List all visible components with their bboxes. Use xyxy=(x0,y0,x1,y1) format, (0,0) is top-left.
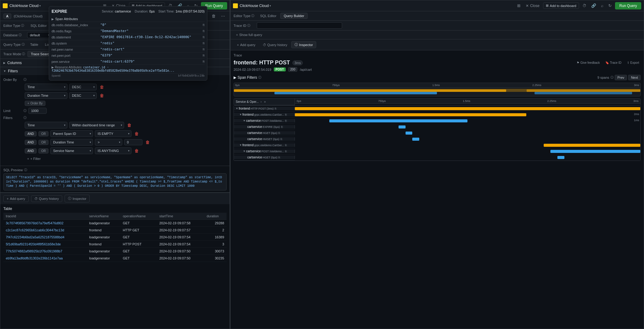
filter-field-1[interactable]: Time xyxy=(25,122,67,128)
right-add-query-tab[interactable]: + Add query xyxy=(234,41,259,48)
span-filters-label[interactable]: ▶ Span Filters ⓘ xyxy=(234,75,261,80)
delete-filter-4-btn[interactable]: 🗑 xyxy=(133,148,140,154)
cell-traceid[interactable]: 3c7074f085679976b07a79ef5476d802 xyxy=(3,220,87,227)
close-button-right[interactable]: ✕ Close xyxy=(524,3,541,9)
database-info-icon[interactable]: ⓘ xyxy=(19,33,22,37)
sql-preview-info-icon[interactable]: ⓘ xyxy=(24,168,27,172)
span-row-left[interactable]: ▼ cartservice POST /oteldemo... ⎘ xyxy=(234,119,295,122)
filter-op-3[interactable]: > xyxy=(95,139,122,146)
query-history-btn-left[interactable]: ⏱ Query history xyxy=(31,195,62,202)
add-filter-btn[interactable]: + + Filter xyxy=(25,156,43,161)
filter-value-3[interactable] xyxy=(124,139,142,145)
cell-traceid[interactable]: 5f1d69baf92314f20d4f8f561b58e3de xyxy=(3,241,87,248)
order-by-info-icon[interactable]: ⓘ xyxy=(23,78,27,82)
cell-traceid[interactable]: 77fc5074882af98925b1f76c091988b7 xyxy=(3,248,87,255)
more-icon-btn[interactable]: ⋯ xyxy=(220,13,227,19)
delete-order-by-2-btn[interactable]: 🗑 xyxy=(98,92,105,99)
span-row-left[interactable]: cartservice HMSET (0µs) ⎘ xyxy=(234,137,295,141)
order-by-field-1[interactable]: Time xyxy=(25,84,67,90)
delete-filter-2-btn[interactable]: 🗑 xyxy=(133,131,140,137)
query-type-info-icon[interactable]: ⓘ xyxy=(22,42,25,47)
spans-info-icon[interactable]: ⓘ xyxy=(610,75,614,80)
trace-id-input[interactable]: 5f1d69baf92314f20d4f8f561b58e3de xyxy=(257,22,342,29)
add-query-btn-left[interactable]: + Add query xyxy=(3,195,29,202)
filter-op-4[interactable]: IS ANYTHING xyxy=(95,147,131,154)
trace-id-info-icon[interactable]: ⓘ xyxy=(247,24,250,28)
add-dashboard-button-right[interactable]: ⊞ Add to dashboard xyxy=(543,2,579,9)
or-btn-3[interactable]: OR xyxy=(38,140,48,145)
filter-field-4[interactable]: Service Name xyxy=(50,147,93,154)
right-link-icon-btn[interactable]: 🔗 xyxy=(590,2,598,9)
filter-field-2[interactable]: Parent Span ID xyxy=(50,130,93,137)
prev-span-btn[interactable]: Prev xyxy=(615,75,627,80)
query-type-table-btn[interactable]: Table xyxy=(27,42,41,47)
next-span-btn[interactable]: Next xyxy=(628,75,641,80)
and-btn-4[interactable]: AND xyxy=(25,148,37,154)
right-zoom-icon-btn[interactable]: ⌕ xyxy=(599,2,605,9)
service-ops-chevron-more[interactable]: » xyxy=(263,99,267,104)
cell-traceid[interactable]: 7f47c62234b6bd2a5a62521875588bd4 xyxy=(3,234,87,241)
show-full-query-btn[interactable]: + Show full query xyxy=(234,32,265,38)
editor-type-info-icon[interactable]: ⓘ xyxy=(21,24,24,28)
span-row-left[interactable]: ▼ cartservice POST /oteldemo... ⎘ xyxy=(234,150,295,153)
span-row-left[interactable]: ▼ frontend HTTP POST (3ms) ⎘ xyxy=(234,107,295,110)
limit-label: Limit xyxy=(3,109,22,113)
span-row-left[interactable]: ▼ frontend grpc.oteldemo.CartSer... ⎘ xyxy=(234,143,295,147)
span-row-left[interactable]: cartservice HGET (0µs) ⎘ xyxy=(234,131,295,135)
span-row-left[interactable]: cartservice HGET (0µs) ⎘ xyxy=(234,156,295,159)
delete-icon-btn[interactable]: 🗑 xyxy=(210,13,217,19)
trace-id-copy-btn[interactable]: 🔖 Trace ID xyxy=(604,60,623,65)
order-by-field-2[interactable]: Duration Time xyxy=(25,92,67,99)
and-btn-2[interactable]: AND xyxy=(25,131,37,136)
delete-order-by-1-btn[interactable]: 🗑 xyxy=(98,84,105,90)
span-link-icon[interactable]: ⎘ xyxy=(285,119,287,122)
order-by-dir-2[interactable]: DESC xyxy=(69,92,97,99)
span-row-left[interactable]: cartservice EXPIRE (0µs) ⎘ xyxy=(234,125,295,128)
span-link-icon[interactable]: ⎘ xyxy=(275,107,276,110)
show-full-query-row: + Show full query xyxy=(231,31,644,39)
span-link-icon[interactable]: ⎘ xyxy=(281,125,283,128)
cell-traceid[interactable]: c2c1ec87c62965b61cab6c30447bc13d xyxy=(3,227,87,234)
filter-op-1[interactable]: Within dashboard time range xyxy=(69,122,124,128)
limit-info-icon[interactable]: ⓘ xyxy=(23,109,27,113)
order-by-tag[interactable]: + Order By xyxy=(25,101,45,106)
span-link-icon[interactable]: ⎘ xyxy=(281,138,282,141)
sql-editor-btn[interactable]: SQL Editor xyxy=(27,23,50,29)
limit-input[interactable] xyxy=(28,108,47,114)
run-query-button-right[interactable]: Run Query xyxy=(615,2,641,9)
span-link-icon[interactable]: ⎘ xyxy=(278,132,280,135)
span-link-icon[interactable]: ⎘ xyxy=(285,113,287,116)
filters-info-icon[interactable]: ⓘ xyxy=(23,116,27,120)
delete-filter-3-btn[interactable]: 🗑 xyxy=(144,139,151,145)
export-btn[interactable]: ⇪ Export xyxy=(625,60,641,65)
database-select[interactable]: default xyxy=(27,32,52,38)
right-editor-info-icon[interactable]: ⓘ xyxy=(251,14,254,18)
filter-field-3[interactable]: Duration Time xyxy=(50,139,93,146)
span-link-icon[interactable]: ⎘ xyxy=(278,156,280,159)
right-history-icon-btn[interactable]: ⏱ xyxy=(581,2,588,9)
right-grid-icon-btn[interactable]: ⊞ xyxy=(516,2,522,9)
span-row-left[interactable]: ▼ frontend grpc.oteldemo.CartSer... ⎘ xyxy=(234,113,295,116)
trace-mode-info-icon[interactable]: ⓘ xyxy=(22,52,25,56)
or-btn-4[interactable]: OR xyxy=(38,148,48,154)
inspector-btn-left[interactable]: ⓘ Inspector xyxy=(65,195,90,202)
filter-op-2[interactable]: IS EMPTY xyxy=(95,130,131,137)
span-link-icon[interactable]: ⎘ xyxy=(285,144,287,147)
right-query-builder-btn[interactable]: Query Builder xyxy=(280,13,307,19)
cell-traceid[interactable]: eb9fa13adfddfb31302e236b1141e7aa xyxy=(3,255,87,262)
span-link-icon[interactable]: ⎘ xyxy=(285,150,287,153)
right-query-history-tab[interactable]: ⏱ Query history xyxy=(259,41,291,48)
tab-a[interactable]: A xyxy=(3,13,11,19)
give-feedback-btn[interactable]: ⚑ Give feedback xyxy=(575,60,601,65)
service-ops-chevron-right[interactable]: › xyxy=(260,99,262,104)
and-btn-3[interactable]: AND xyxy=(25,140,37,145)
right-sql-editor-btn[interactable]: SQL Editor xyxy=(257,13,280,19)
delete-filter-1-btn[interactable]: 🗑 xyxy=(126,122,133,128)
right-refresh-icon-btn[interactable]: ↻ xyxy=(607,2,613,9)
right-inspector-tab[interactable]: ⓘ Inspector xyxy=(291,41,316,48)
or-btn-2[interactable]: OR xyxy=(38,131,48,136)
span-filters-info-icon[interactable]: ⓘ xyxy=(258,75,261,80)
order-by-dir-1[interactable]: DESC xyxy=(69,84,97,90)
left-panel-title-dropdown[interactable]: ClickHouse Cloud ▾ xyxy=(9,4,41,8)
right-panel-title-dropdown[interactable]: ClickHouse Cloud ▾ xyxy=(240,4,271,8)
